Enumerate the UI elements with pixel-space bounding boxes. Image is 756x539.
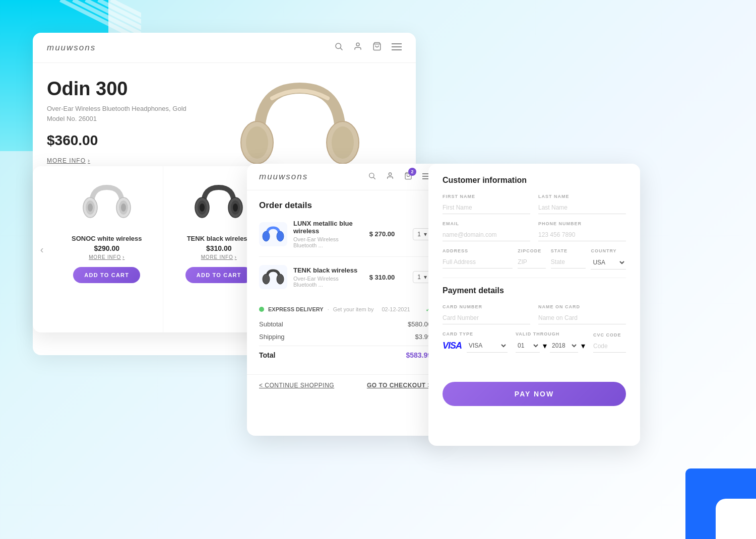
order-item-lunx: LUNX metallic blue wireless Over-Ear Wir… xyxy=(259,220,431,257)
delivery-date-label: Get your item by xyxy=(333,306,374,312)
cart-icon[interactable] xyxy=(372,42,382,53)
order-header-icons: 2 xyxy=(368,172,431,182)
lunx-price: $ 270.00 xyxy=(369,230,395,238)
first-name-label: FIRST NAME xyxy=(443,194,530,199)
svg-line-6 xyxy=(340,48,342,50)
lunx-info: LUNX metallic blue wireless Over-Ear Wir… xyxy=(293,220,363,248)
valid-year-select[interactable]: 2018 xyxy=(550,339,578,353)
phone-input[interactable] xyxy=(538,229,626,241)
first-name-input[interactable] xyxy=(443,201,530,214)
order-totals: Subtotal $580.00 Shipping $3.99 Total $5… xyxy=(259,320,431,359)
card-type-select[interactable]: VISA Mastercard Amex xyxy=(467,339,508,353)
svg-point-13 xyxy=(246,126,268,159)
pay-now-button[interactable]: PAY NOW xyxy=(443,382,626,406)
cvc-input[interactable] xyxy=(593,340,626,353)
tenk-more-info[interactable]: MORE INFO › xyxy=(201,254,237,260)
svg-point-35 xyxy=(263,231,270,241)
svg-line-29 xyxy=(373,177,375,179)
svg-point-30 xyxy=(389,173,391,175)
name-row: FIRST NAME LAST NAME xyxy=(443,194,626,214)
card-type-group: CARD TYPE VISA VISA Mastercard Amex xyxy=(443,331,508,353)
phone-label: PHONE NUMBER xyxy=(538,221,626,226)
order-title: Order details xyxy=(259,200,431,211)
menu-icon[interactable] xyxy=(392,42,402,53)
subtotal-value: $580.00 xyxy=(408,320,431,328)
country-select[interactable]: USA UK Canada xyxy=(591,256,626,270)
svg-point-38 xyxy=(277,274,284,284)
card-row: CARD NUMBER NAME ON CARD xyxy=(443,304,626,324)
lunx-image xyxy=(259,222,287,246)
tenk-image xyxy=(186,178,251,229)
cvc-group: CVC CODE xyxy=(593,332,626,353)
first-name-group: FIRST NAME xyxy=(443,194,530,214)
subtotal-row: Subtotal $580.00 xyxy=(259,320,431,328)
svg-point-37 xyxy=(263,274,270,284)
contact-row: EMAIL PHONE NUMBER xyxy=(443,221,626,241)
state-input[interactable] xyxy=(551,256,586,268)
sonoc-image xyxy=(74,178,140,229)
zip-group: ZIPCODE xyxy=(518,248,546,270)
zip-input[interactable] xyxy=(518,256,546,268)
email-input[interactable] xyxy=(443,229,530,241)
card-number-input[interactable] xyxy=(443,312,530,324)
name-on-card-label: NAME ON CARD xyxy=(538,304,626,309)
svg-rect-11 xyxy=(392,49,402,50)
brand-logo-product: muuwsons xyxy=(47,43,96,53)
order-cart-badge[interactable]: 2 xyxy=(404,172,412,182)
sonoc-more-info[interactable]: MORE INFO › xyxy=(89,254,124,260)
payment-title: Payment details xyxy=(443,286,626,295)
order-user-icon[interactable] xyxy=(386,172,394,182)
more-info-link[interactable]: MORE INFO › xyxy=(47,157,90,164)
product-header: muuwsons xyxy=(33,33,416,63)
svg-point-7 xyxy=(356,43,359,46)
address-row: ADDRESS ZIPCODE STATE COUNTRY USA UK Can… xyxy=(443,248,626,270)
user-icon[interactable] xyxy=(353,42,362,53)
product-description: Over-Ear Wireless Bluetooth Headphones, … xyxy=(47,104,198,123)
delivery-row: EXPRESS DELIVERY · Get your item by 02-1… xyxy=(259,305,431,313)
continue-shopping-link[interactable]: < CONTINUE SHOPPING xyxy=(259,382,334,389)
tenk-order-info: TENK black wireless Over-Ear Wireless Bl… xyxy=(293,266,363,288)
svg-point-36 xyxy=(277,231,284,241)
checkout-card: Customer information FIRST NAME LAST NAM… xyxy=(428,164,640,446)
name-on-card-input[interactable] xyxy=(538,312,626,324)
product-title: Odin 300 xyxy=(47,78,198,100)
valid-month-select[interactable]: 01 xyxy=(516,339,540,353)
cvc-label: CVC CODE xyxy=(593,332,626,338)
order-item-tenk: TENK black wireless Over-Ear Wireless Bl… xyxy=(259,265,431,297)
address-group: ADDRESS xyxy=(443,248,513,270)
country-group: COUNTRY USA UK Canada xyxy=(591,248,626,270)
tenk-name: TENK black wireless xyxy=(187,235,251,242)
card-type-label: CARD TYPE xyxy=(443,331,508,336)
sonoc-add-to-cart[interactable]: ADD TO CART xyxy=(73,267,140,283)
total-row: Total $583.99 xyxy=(259,346,431,359)
valid-through-label: VALID THROUGH xyxy=(516,331,585,336)
search-icon[interactable] xyxy=(334,42,343,53)
tenk-add-to-cart[interactable]: ADD TO CART xyxy=(185,267,253,283)
lunx-desc: Over-Ear Wireless Bluetooth ... xyxy=(293,236,363,248)
address-input[interactable] xyxy=(443,256,513,268)
shipping-label: Shipping xyxy=(259,333,285,341)
sonoc-price: $290.00 xyxy=(94,244,119,252)
last-name-group: LAST NAME xyxy=(538,194,626,214)
tenk-price: $310.00 xyxy=(206,244,232,252)
total-value: $583.99 xyxy=(406,351,431,359)
email-group: EMAIL xyxy=(443,221,530,241)
order-search-icon[interactable] xyxy=(368,172,376,182)
last-name-label: LAST NAME xyxy=(538,194,626,199)
customer-info-title: Customer information xyxy=(443,176,626,185)
name-on-card-group: NAME ON CARD xyxy=(538,304,626,324)
brand-logo-order: muuwsons xyxy=(259,172,308,182)
product-list-card: ‹ SONOC white wireless $290.00 MORE INFO… xyxy=(33,166,275,332)
last-name-input[interactable] xyxy=(538,201,626,214)
go-to-checkout-link[interactable]: GO TO CHECKOUT > xyxy=(367,382,431,389)
prev-nav[interactable]: ‹ xyxy=(33,166,51,332)
svg-point-20 xyxy=(88,204,93,212)
card-details-row: CARD TYPE VISA VISA Mastercard Amex VALI… xyxy=(443,331,626,353)
shipping-row: Shipping $3.99 xyxy=(259,333,431,341)
delivery-label: EXPRESS DELIVERY xyxy=(268,306,324,312)
tenk-order-price: $ 310.00 xyxy=(369,274,395,281)
visa-logo: VISA xyxy=(443,341,462,353)
order-card: muuwsons 2 Order details xyxy=(247,164,444,436)
list-item-sonoc: SONOC white wireless $290.00 MORE INFO ›… xyxy=(51,166,163,332)
valid-through-group: VALID THROUGH 01 ▾ 2018 ▾ xyxy=(516,331,585,353)
